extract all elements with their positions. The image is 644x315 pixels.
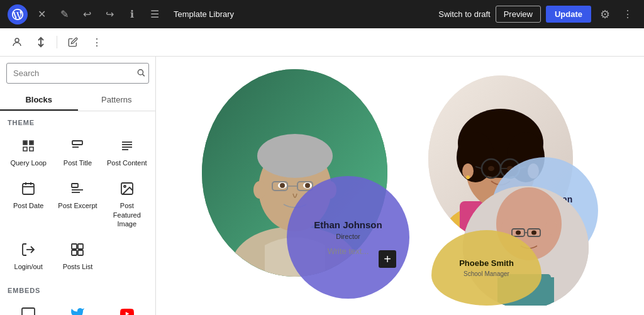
search-icon-button[interactable] bbox=[136, 68, 145, 79]
section-label-theme: THEME bbox=[0, 111, 155, 130]
svg-rect-22 bbox=[78, 244, 83, 249]
tab-patterns[interactable]: Patterns bbox=[78, 90, 156, 111]
svg-point-0 bbox=[15, 38, 19, 42]
preview-button[interactable]: Preview bbox=[496, 6, 541, 23]
svg-point-58 bbox=[488, 166, 494, 171]
svg-rect-23 bbox=[72, 250, 77, 255]
person-card-phoebe[interactable]: Phoebe Smith School Manager bbox=[431, 186, 589, 306]
svg-rect-21 bbox=[72, 244, 77, 249]
undo-button[interactable]: ↩ bbox=[78, 6, 96, 23]
block-label-query-loop: Query Loop bbox=[10, 158, 46, 167]
svg-point-38 bbox=[280, 183, 285, 188]
more-options-button[interactable]: ⋮ bbox=[619, 6, 636, 23]
svg-point-69 bbox=[516, 231, 521, 235]
svg-point-39 bbox=[305, 183, 310, 188]
svg-rect-15 bbox=[72, 184, 78, 187]
svg-rect-25 bbox=[22, 308, 35, 315]
block-item-embed[interactable]: Embed bbox=[5, 301, 52, 315]
ethan-overlay: Ethan Johnson Director Write text... bbox=[287, 176, 409, 299]
block-item-post-excerpt[interactable]: Post Excerpt bbox=[54, 175, 101, 234]
phoebe-role: School Manager bbox=[464, 270, 509, 277]
svg-rect-11 bbox=[23, 184, 34, 194]
search-input[interactable] bbox=[6, 63, 149, 84]
search-box bbox=[6, 63, 149, 84]
move-up-down-button[interactable] bbox=[31, 33, 50, 52]
list-view-button[interactable]: ☰ bbox=[146, 6, 164, 23]
block-label-post-date: Post Date bbox=[13, 201, 43, 210]
topbar-right: Switch to draft Preview Update ⚙ ⋮ bbox=[438, 6, 636, 23]
block-label-posts-list: Posts List bbox=[63, 262, 93, 271]
svg-point-60 bbox=[466, 175, 470, 179]
wp-logo[interactable] bbox=[8, 4, 28, 25]
close-button[interactable]: ✕ bbox=[33, 6, 50, 23]
block-grid-embeds: Embed Twitter YouTube bbox=[0, 298, 155, 315]
redo-button[interactable]: ↪ bbox=[101, 6, 118, 23]
content-area: Ethan Johnson Director Write text... bbox=[156, 57, 644, 315]
block-item-login-out[interactable]: Login/out bbox=[5, 236, 52, 277]
svg-point-1 bbox=[138, 69, 143, 74]
block-item-post-content[interactable]: Post Content bbox=[104, 133, 150, 173]
more-block-options-button[interactable]: ⋮ bbox=[87, 33, 106, 52]
svg-point-4 bbox=[30, 141, 33, 144]
block-label-post-title: Post Title bbox=[64, 158, 92, 167]
svg-line-2 bbox=[143, 74, 145, 76]
block-item-youtube[interactable]: YouTube bbox=[104, 301, 150, 315]
edit-icon-button[interactable] bbox=[64, 33, 82, 52]
svg-rect-5 bbox=[72, 141, 82, 145]
svg-point-49 bbox=[457, 132, 494, 182]
block-item-post-featured-image[interactable]: Post Featured Image bbox=[104, 175, 150, 234]
tabs: Blocks Patterns bbox=[0, 90, 155, 111]
block-item-query-loop[interactable]: Query Loop bbox=[5, 133, 52, 173]
svg-point-19 bbox=[124, 185, 126, 187]
details-button[interactable]: ℹ bbox=[123, 6, 141, 23]
tab-blocks[interactable]: Blocks bbox=[0, 90, 78, 111]
block-label-post-featured-image: Post Featured Image bbox=[107, 201, 147, 228]
update-button[interactable]: Update bbox=[546, 6, 591, 23]
secondary-bar: ⋮ bbox=[0, 28, 644, 57]
main-layout: Blocks Patterns THEME Query Loop Post Ti… bbox=[0, 57, 644, 315]
page-title: Template Library bbox=[174, 9, 433, 19]
ethan-write[interactable]: Write text... bbox=[328, 246, 369, 256]
block-grid-theme: Query Loop Post Title Post Content Post … bbox=[0, 130, 155, 279]
phoebe-name: Phoebe Smith bbox=[459, 258, 514, 269]
block-item-post-title[interactable]: Post Title bbox=[54, 133, 101, 173]
svg-point-65 bbox=[545, 219, 557, 235]
block-item-twitter[interactable]: Twitter bbox=[54, 301, 101, 315]
sidebar: Blocks Patterns THEME Query Loop Post Ti… bbox=[0, 57, 156, 315]
ethan-role: Director bbox=[336, 233, 360, 240]
switch-draft-button[interactable]: Switch to draft bbox=[438, 9, 490, 19]
settings-button[interactable]: ⚙ bbox=[596, 6, 614, 23]
add-block-button[interactable]: + bbox=[379, 250, 396, 268]
svg-rect-24 bbox=[78, 250, 83, 255]
topbar: ✕ ✎ ↩ ↪ ℹ ☰ Template Library Switch to d… bbox=[0, 0, 644, 28]
svg-point-33 bbox=[257, 134, 333, 178]
svg-point-3 bbox=[24, 141, 26, 144]
ethan-name: Ethan Johnson bbox=[314, 219, 382, 231]
tools-button[interactable]: ✎ bbox=[55, 6, 73, 23]
canvas: Ethan Johnson Director Write text... bbox=[192, 69, 608, 302]
svg-point-70 bbox=[531, 231, 536, 235]
block-item-posts-list[interactable]: Posts List bbox=[54, 236, 101, 277]
block-label-post-excerpt: Post Excerpt bbox=[58, 201, 97, 210]
section-label-embeds: EMBEDS bbox=[0, 279, 155, 298]
block-item-post-date[interactable]: Post Date bbox=[5, 175, 52, 234]
block-label-post-content: Post Content bbox=[107, 158, 147, 167]
svg-point-34 bbox=[253, 181, 266, 199]
block-label-login-out: Login/out bbox=[14, 262, 43, 271]
person-block-button[interactable] bbox=[8, 33, 26, 52]
